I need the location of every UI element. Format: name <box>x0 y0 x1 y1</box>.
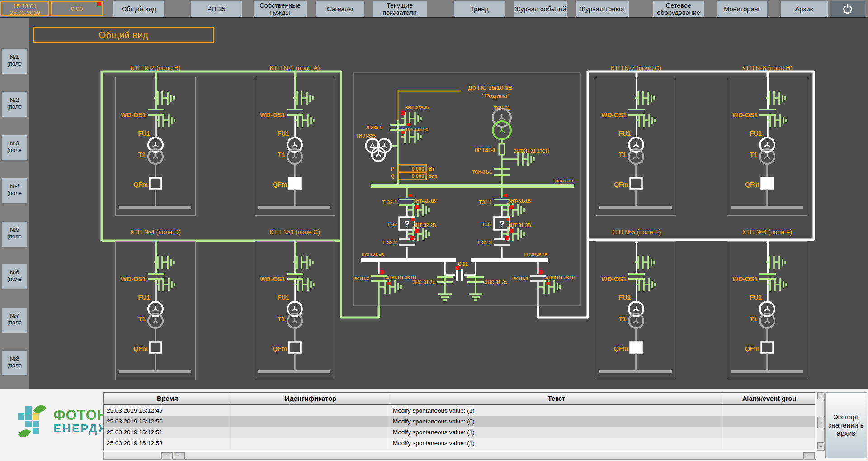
col-header-id[interactable]: Идентификатор <box>231 393 390 404</box>
earth-switch-icon[interactable] <box>636 278 655 291</box>
hscroll-button-1[interactable]: · <box>161 452 173 459</box>
earth-switch-icon[interactable] <box>767 278 786 291</box>
earth-switch-zntsn-icon[interactable] <box>514 152 534 166</box>
earth-switch-icon[interactable] <box>767 114 786 127</box>
hscroll-button-right[interactable]: · <box>803 452 815 459</box>
nav-archive-button[interactable]: Архив <box>781 1 828 17</box>
nav-monitoring-button[interactable]: Мониторинг <box>717 1 767 17</box>
disconnector-wd-os1[interactable] <box>628 109 645 115</box>
event-table-header: Время Идентификатор Текст Alarm/event gr… <box>104 393 815 405</box>
sidebar-item-field-1[interactable]: №1(поле <box>2 49 27 74</box>
vertical-scrollbar[interactable]: – ⋮ – <box>817 392 825 451</box>
sidebar-item-field-6[interactable]: №6(поле <box>2 264 27 289</box>
sidebar-item-field-3[interactable]: №3(поле <box>2 135 27 160</box>
sidebar-item-field-8[interactable]: №8(поле <box>2 351 27 375</box>
hscroll-button-2[interactable]: ┄ <box>174 452 185 459</box>
voltage-transformer-tn-l335[interactable] <box>366 139 391 161</box>
transformer-t1[interactable] <box>148 138 163 164</box>
qfm-breaker[interactable] <box>150 178 161 189</box>
earth-switch-icon[interactable] <box>293 256 313 269</box>
nav-overview-button[interactable]: Общий вид <box>113 1 164 17</box>
svg-text:WD-OS1: WD-OS1 <box>260 276 285 283</box>
scroll-thumb[interactable]: ⋮ <box>817 417 824 428</box>
earth-switch-icon[interactable] <box>294 114 314 127</box>
earthing-zns-31-2s[interactable]: ЗНС-31-2с <box>412 275 453 300</box>
earth-switch-icon[interactable] <box>505 203 524 217</box>
scroll-up-button[interactable]: – <box>817 392 824 399</box>
disconnector-wd-os1[interactable] <box>760 109 776 115</box>
lv-busbar <box>119 370 191 373</box>
col-header-text[interactable]: Текст <box>390 393 723 404</box>
earth-switch-icon[interactable] <box>154 91 174 105</box>
nav-trend-button[interactable]: Тренд <box>454 1 505 17</box>
qfm-breaker[interactable] <box>761 178 773 189</box>
disconnector-wd-os1[interactable] <box>148 109 164 115</box>
table-row[interactable]: 25.03.2019 15:12:49 Modify spontaneous v… <box>104 405 815 416</box>
disconnector-wd-os1[interactable] <box>148 274 164 279</box>
bus-coupler-c31[interactable]: С-31 <box>445 261 476 281</box>
earth-switch-icon[interactable] <box>154 256 174 269</box>
export-archive-button[interactable]: Экспорт значений в архив <box>825 392 867 458</box>
earth-switch-icon[interactable] <box>293 91 313 105</box>
qfm-breaker[interactable] <box>761 342 773 353</box>
transformer-t1[interactable] <box>148 302 163 328</box>
earth-switch-icon[interactable] <box>766 256 785 269</box>
qfm-breaker[interactable] <box>289 178 301 189</box>
earth-switch-icon[interactable] <box>636 114 655 127</box>
earth-switch-icon[interactable] <box>155 278 175 291</box>
earth-switch-icon[interactable] <box>766 91 785 105</box>
ktp-scheme: WD-OS1 FU1 T1 QFm <box>255 77 335 216</box>
earth-switch-icon[interactable] <box>294 278 314 291</box>
outgoing-rktp-2[interactable]: РКТП-2 ЗНРКТП-2КТП <box>353 262 416 306</box>
table-row[interactable]: 25.03.2019 15:12:51 Modify spontaneous v… <box>104 427 815 438</box>
fuse-label: FU1 <box>278 294 290 301</box>
earth-switch-icon[interactable] <box>635 91 654 105</box>
qfm-breaker[interactable] <box>150 342 161 353</box>
table-row[interactable]: 25.03.2019 15:12:53 Modify spontaneous v… <box>104 438 815 449</box>
earth-switch-icon[interactable] <box>155 114 175 127</box>
qfm-breaker[interactable] <box>630 178 642 189</box>
svg-text:Т-31: Т-31 <box>481 222 492 227</box>
svg-text:WD-OS1: WD-OS1 <box>732 111 758 119</box>
svg-text:T1: T1 <box>619 151 627 158</box>
transformer-t1[interactable] <box>288 302 302 328</box>
qfm-breaker[interactable] <box>630 342 642 353</box>
col-header-group[interactable]: Alarm/event grou <box>723 393 815 404</box>
col-header-time[interactable]: Время <box>104 393 231 404</box>
scroll-down-button[interactable]: – <box>817 442 824 449</box>
horizontal-scrollbar[interactable]: · ┄ · <box>103 452 816 460</box>
sidebar-item-field-2[interactable]: №2(поле <box>2 92 27 117</box>
earthing-zns-31-3s[interactable]: ЗНС-31-3с <box>467 275 507 300</box>
transformer-tsn-31[interactable] <box>493 109 511 139</box>
power-button[interactable] <box>830 1 865 17</box>
svg-text:ЗНРКТП-2КТП: ЗНРКТП-2КТП <box>385 275 416 280</box>
nav-auxiliary-button[interactable]: Собственные нужды <box>254 1 307 17</box>
transformer-t1[interactable] <box>760 302 774 328</box>
transformer-t1[interactable] <box>629 302 643 328</box>
disconnector-wd-os1[interactable] <box>628 274 645 279</box>
transformer-t1[interactable] <box>629 138 643 164</box>
table-row[interactable]: 25.03.2019 15:12:50 Modify spontaneous v… <box>104 416 815 427</box>
outgoing-rktp-3[interactable]: РКТП-3 ЗНРКТП-3КТП <box>512 262 576 306</box>
disconnector-wd-os1[interactable] <box>287 274 303 279</box>
disconnector-wd-os1[interactable] <box>287 109 303 115</box>
svg-text:ТСН-31-1: ТСН-31-1 <box>472 170 492 175</box>
qfm-breaker[interactable] <box>289 342 301 353</box>
fuse-pr-tvp-1[interactable] <box>499 144 505 155</box>
nav-network-equipment-button[interactable]: Сетевое оборудование <box>653 1 704 17</box>
nav-current-values-button[interactable]: Текущие показатели <box>373 1 427 17</box>
footer-panel: ФОТОН ЕНЕРДЖИ Время Идентификатор Текст … <box>0 389 868 461</box>
nav-alarm-log-button[interactable]: Журнал тревог <box>576 1 629 17</box>
sidebar-item-field-7[interactable]: №7(поле <box>2 308 27 333</box>
nav-signals-button[interactable]: Сигналы <box>316 1 364 17</box>
sidebar-item-field-4[interactable]: №4(поле <box>2 178 27 203</box>
nav-event-log-button[interactable]: Журнал событий <box>514 1 567 17</box>
svg-text:QFm: QFm <box>133 345 148 352</box>
earth-switch-icon[interactable] <box>410 203 429 217</box>
nav-rp35-button[interactable]: РП 35 <box>191 1 242 17</box>
transformer-t1[interactable] <box>760 138 774 164</box>
sidebar-item-field-5[interactable]: №5(поле <box>2 222 27 247</box>
earth-switch-icon[interactable] <box>635 256 654 269</box>
transformer-t1[interactable] <box>288 138 302 164</box>
disconnector-wd-os1[interactable] <box>760 274 776 279</box>
